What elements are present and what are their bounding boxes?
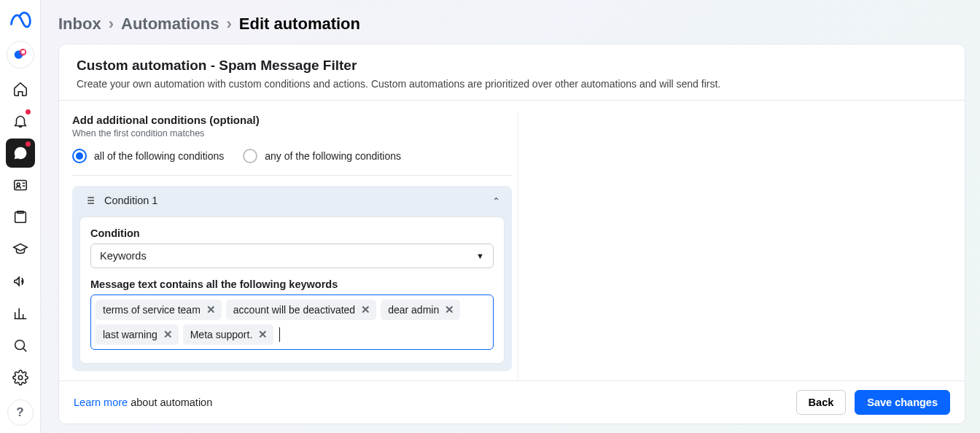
breadcrumb: Inbox › Automations › Edit automation bbox=[58, 15, 965, 34]
keyword-tag-text: account will be deactivated bbox=[233, 304, 355, 316]
condition-header[interactable]: Condition 1 ⌄ bbox=[72, 186, 512, 215]
main-area: Inbox › Automations › Edit automation Cu… bbox=[41, 0, 980, 433]
radio-indicator bbox=[72, 149, 87, 163]
svg-point-8 bbox=[18, 375, 23, 380]
left-sidebar: ? bbox=[0, 0, 41, 433]
conditions-title: Add additional conditions (optional) bbox=[72, 114, 512, 126]
match-mode-radio-group: all of the following conditions any of t… bbox=[72, 149, 512, 163]
condition-field-label: Condition bbox=[90, 227, 494, 239]
remove-tag-icon[interactable]: ✕ bbox=[163, 328, 173, 341]
condition-type-select[interactable]: Keywords ▼ bbox=[90, 243, 494, 268]
nav-search-icon[interactable] bbox=[6, 331, 35, 360]
keyword-tag: terms of service team✕ bbox=[96, 300, 222, 320]
keyword-tag-text: dear admin bbox=[388, 304, 439, 316]
nav-notifications-icon[interactable] bbox=[6, 106, 35, 136]
inbox-dot bbox=[26, 141, 31, 147]
keywords-input[interactable]: terms of service team✕account will be de… bbox=[90, 294, 494, 350]
condition-block: Condition 1 ⌄ Condition Keywords ▼ Messa… bbox=[72, 186, 512, 371]
radio-all[interactable]: all of the following conditions bbox=[72, 149, 224, 163]
card-header: Custom automation - Spam Message Filter … bbox=[59, 44, 965, 101]
keyword-tag: dear admin✕ bbox=[381, 300, 460, 320]
nav-contacts-icon[interactable] bbox=[6, 171, 35, 200]
conditions-panel: Add additional conditions (optional) Whe… bbox=[71, 111, 518, 381]
back-button[interactable]: Back bbox=[796, 390, 847, 415]
caret-down-icon: ▼ bbox=[476, 251, 484, 260]
keyword-tag: last warning✕ bbox=[96, 324, 179, 345]
remove-tag-icon[interactable]: ✕ bbox=[258, 328, 268, 341]
chevron-right-icon: › bbox=[109, 15, 114, 34]
radio-any-label: any of the following conditions bbox=[265, 150, 401, 162]
breadcrumb-inbox[interactable]: Inbox bbox=[58, 15, 101, 34]
account-switcher[interactable] bbox=[7, 41, 34, 69]
notification-dot bbox=[26, 109, 31, 114]
card-footer: Learn more about automation Back Save ch… bbox=[59, 381, 965, 424]
condition-body: Condition Keywords ▼ Message text contai… bbox=[79, 216, 505, 364]
remove-tag-icon[interactable]: ✕ bbox=[361, 303, 370, 316]
nav-ads-icon[interactable] bbox=[6, 267, 35, 296]
divider bbox=[72, 175, 512, 176]
learn-more: Learn more about automation bbox=[74, 397, 212, 408]
nav-insights-icon[interactable] bbox=[6, 299, 35, 328]
chevron-right-icon: › bbox=[226, 15, 231, 34]
keyword-tag-text: Meta support. bbox=[190, 329, 253, 340]
svg-rect-2 bbox=[20, 50, 25, 54]
nav-inbox-icon[interactable] bbox=[6, 139, 35, 168]
text-cursor bbox=[279, 327, 280, 342]
radio-any[interactable]: any of the following conditions bbox=[243, 149, 401, 163]
nav-settings-icon[interactable] bbox=[6, 363, 35, 392]
automation-card: Custom automation - Spam Message Filter … bbox=[58, 44, 965, 424]
card-body: Add additional conditions (optional) Whe… bbox=[59, 101, 965, 381]
keywords-label: Message text contains all the following … bbox=[90, 278, 494, 290]
condition-heading: Condition 1 bbox=[104, 195, 158, 206]
chevron-up-icon[interactable]: ⌄ bbox=[492, 195, 500, 206]
keyword-tag: account will be deactivated✕ bbox=[226, 300, 376, 320]
radio-indicator bbox=[243, 149, 257, 163]
svg-point-7 bbox=[15, 340, 24, 350]
nav-education-icon[interactable] bbox=[6, 235, 35, 264]
page-subtitle: Create your own automation with custom c… bbox=[77, 78, 947, 90]
keyword-tag-text: terms of service team bbox=[103, 304, 201, 316]
select-value: Keywords bbox=[100, 250, 147, 262]
nav-help-icon[interactable]: ? bbox=[7, 399, 34, 426]
nav-posts-icon[interactable] bbox=[6, 203, 35, 232]
list-icon bbox=[84, 195, 96, 206]
meta-logo[interactable] bbox=[7, 7, 34, 34]
keyword-tag: Meta support.✕ bbox=[183, 324, 274, 345]
breadcrumb-automations[interactable]: Automations bbox=[121, 15, 219, 34]
question-mark-icon: ? bbox=[16, 405, 23, 420]
page-title: Custom automation - Spam Message Filter bbox=[77, 58, 947, 74]
nav-home-icon[interactable] bbox=[6, 74, 35, 104]
conditions-hint: When the first condition matches bbox=[72, 128, 512, 139]
learn-more-text: about automation bbox=[128, 397, 212, 408]
learn-more-link[interactable]: Learn more bbox=[74, 397, 128, 408]
radio-all-label: all of the following conditions bbox=[94, 150, 224, 162]
svg-point-4 bbox=[17, 183, 20, 186]
save-button[interactable]: Save changes bbox=[855, 390, 950, 415]
keyword-tag-text: last warning bbox=[103, 329, 158, 340]
breadcrumb-current: Edit automation bbox=[239, 15, 360, 34]
remove-tag-icon[interactable]: ✕ bbox=[445, 303, 454, 316]
remove-tag-icon[interactable]: ✕ bbox=[206, 303, 216, 316]
